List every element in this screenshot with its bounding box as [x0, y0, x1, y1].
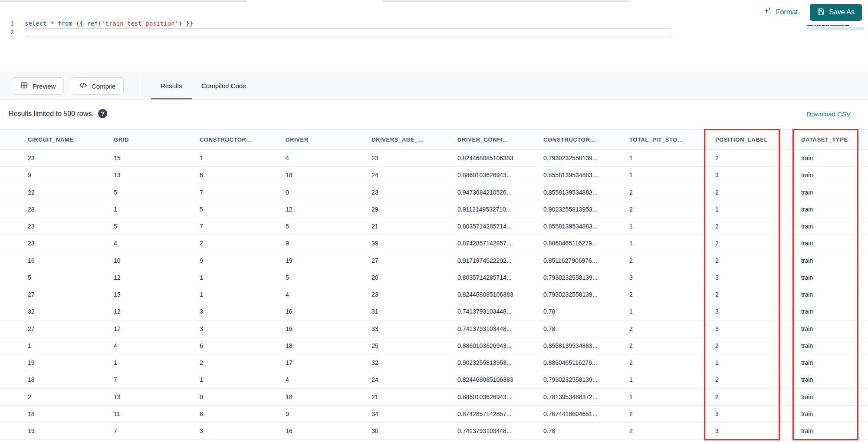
table-cell: 25	[372, 342, 457, 349]
format-label: Format	[776, 8, 798, 16]
table-cell: 2	[629, 291, 715, 298]
table-cell: 0.824468085106383	[457, 155, 543, 162]
minimap-code-marks	[806, 24, 864, 26]
table-cell: 0.7813953488372...	[543, 393, 629, 400]
table-cell: 1	[629, 155, 715, 162]
table-cell: 12	[114, 274, 200, 281]
line-number: 2	[0, 28, 16, 36]
preview-label: Preview	[33, 83, 56, 90]
table-cell: 2	[629, 427, 715, 434]
table-cell: 16	[286, 427, 372, 434]
table-cell: 1	[629, 393, 715, 400]
table-cell: 0.9473684210526...	[457, 189, 543, 196]
table-cell: 7	[200, 223, 286, 230]
table-cell: 1	[200, 274, 286, 281]
column-header: CONSTRUCTOR...	[543, 136, 629, 143]
editor-minimap[interactable]	[806, 23, 864, 31]
table-cell: 16	[286, 308, 372, 315]
code-token: from	[58, 20, 72, 27]
table-cell: 1	[629, 376, 715, 383]
table-cell: 1	[200, 291, 286, 298]
table-cell: 9	[286, 410, 372, 417]
preview-button[interactable]: Preview	[12, 77, 64, 95]
table-cell: 0.8860103626943...	[457, 393, 543, 400]
column-header: DRIVER_CONFI...	[457, 136, 543, 143]
table-cell: 23	[28, 240, 114, 247]
table-cell: 0.7413793103448...	[457, 308, 543, 315]
code-icon	[79, 81, 87, 91]
table-cell: 17	[286, 359, 372, 366]
table-cell: 18	[28, 376, 114, 383]
table-cell: 0.8511627906976...	[543, 257, 629, 264]
table-cell: 16	[286, 325, 372, 332]
code-token	[54, 20, 57, 27]
table-cell: 3	[629, 274, 715, 281]
table-cell: 1	[114, 206, 200, 213]
compile-button[interactable]: Compile	[71, 77, 124, 95]
results-tabs: ResultsCompiled Code	[151, 72, 256, 99]
table-cell: 18	[28, 410, 114, 417]
editor-actions: Format Save As	[763, 3, 862, 22]
table-cell: 18	[286, 342, 372, 349]
table-cell: 0.8860103626943...	[457, 172, 543, 179]
table-cell: 0.7930232558139...	[543, 274, 629, 281]
format-button[interactable]: Format	[763, 7, 798, 17]
table-cell: 27	[372, 257, 457, 264]
table-cell: 34	[372, 410, 457, 417]
table-cell: 23	[372, 291, 457, 298]
download-csv-link[interactable]: Download CSV	[806, 110, 851, 118]
table-cell: 23	[372, 189, 457, 196]
editor-gutter: 12	[0, 19, 16, 36]
table-cell: 19	[286, 257, 372, 264]
table-cell: 0.78	[543, 308, 629, 315]
table-cell: 5	[28, 274, 114, 281]
code-token	[72, 20, 76, 27]
table-cell: 15	[114, 291, 200, 298]
results-info-bar: Results limited to 500 rows. ? Download …	[0, 99, 868, 129]
sparkles-icon	[763, 7, 772, 17]
table-cell: 31	[372, 308, 457, 315]
sql-editor[interactable]: Format Save As 12 select * from {{ ref('…	[0, 2, 868, 72]
table-cell: 6	[200, 172, 286, 179]
results-toolbar: Preview Compile ResultsCompiled Code	[0, 72, 868, 99]
table-cell: 24	[372, 172, 457, 179]
table-cell: 3	[200, 427, 286, 434]
sql-ide-page: Format Save As 12 select * from {{ ref('…	[0, 0, 868, 443]
highlight-box-dataset-type	[792, 129, 858, 440]
table-cell: 33	[372, 325, 457, 332]
code-token: 'train_test_position'	[102, 20, 178, 27]
table-cell: 0.9112149532710...	[457, 206, 543, 213]
tab-results[interactable]: Results	[151, 72, 192, 99]
table-cell: 1	[200, 376, 286, 383]
table-cell: 10	[114, 257, 200, 264]
table-cell: 1	[114, 359, 200, 366]
table-cell: 13	[114, 172, 200, 179]
code-line-1[interactable]: select * from {{ ref('train_test_positio…	[25, 19, 193, 28]
column-header: DRIVERS_AGE_...	[372, 136, 457, 143]
column-header: GRID	[114, 136, 200, 143]
table-cell: 20	[372, 274, 457, 281]
table-cell: 1	[28, 342, 114, 349]
table-cell: 4	[114, 342, 200, 349]
code-lines[interactable]: select * from {{ ref('train_test_positio…	[25, 19, 193, 28]
table-cell: 0.8558139534883...	[543, 342, 629, 349]
table-cell: 2	[629, 342, 715, 349]
table-cell: 6	[200, 342, 286, 349]
column-header: TOTAL_PIT_STO...	[629, 136, 715, 143]
table-cell: 12	[286, 206, 372, 213]
table-cell: 0.7413793103448...	[457, 325, 543, 332]
table-cell: 0.8558139534883...	[543, 172, 629, 179]
table-cell: 0.7674418604651...	[543, 410, 629, 417]
table-cell: 7	[200, 189, 286, 196]
minimap-viewport	[806, 27, 864, 30]
compile-label: Compile	[92, 83, 115, 90]
table-cell: 0	[286, 189, 372, 196]
help-icon[interactable]: ?	[98, 109, 107, 118]
table-grid-icon	[20, 81, 28, 91]
table-cell: 5	[114, 223, 200, 230]
tab-compiled-code[interactable]: Compiled Code	[192, 72, 256, 99]
save-as-button[interactable]: Save As	[810, 4, 862, 21]
table-cell: 2	[629, 410, 715, 417]
table-cell: 0.8742857142857...	[457, 240, 543, 247]
table-cell: 12	[114, 308, 200, 315]
